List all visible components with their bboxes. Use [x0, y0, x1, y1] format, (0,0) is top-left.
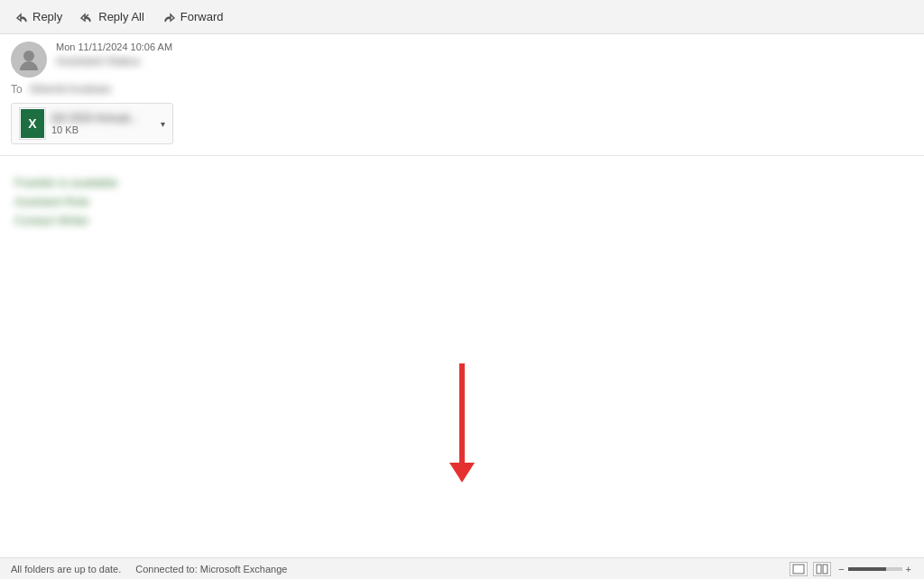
- multi-view-icon: [816, 564, 828, 574]
- arrow-head: [449, 463, 475, 482]
- body-line-1: Franklin is available: [14, 174, 910, 193]
- status-bar: All folders are up to date. Connected to…: [0, 557, 924, 579]
- toolbar: Reply Reply All Forward: [0, 0, 924, 34]
- attachment-dropdown-icon[interactable]: ▾: [161, 119, 165, 129]
- reply-all-button[interactable]: Reply All: [73, 6, 152, 28]
- arrow-shaft: [459, 363, 465, 463]
- status-left: All folders are up to date. Connected to…: [11, 564, 287, 574]
- reply-label: Reply: [32, 10, 62, 23]
- attachment-size: 10 KB: [51, 124, 138, 135]
- red-arrow-annotation: [449, 363, 475, 482]
- sender-name: Assistant Status: [56, 54, 913, 68]
- body-line-2: Assistant Role: [14, 193, 910, 212]
- svg-rect-1: [793, 565, 804, 574]
- svg-rect-3: [823, 565, 827, 574]
- to-value: Shlomit Avraham: [30, 83, 112, 96]
- avatar: [11, 41, 47, 78]
- body-line-3: Contact Writer: [14, 212, 910, 231]
- email-header: Mon 11/11/2024 10:06 AM Assistant Status…: [0, 34, 924, 156]
- connection-text: Connected to: Microsoft Exchange: [135, 564, 287, 574]
- status-text: All folders are up to date.: [11, 564, 121, 574]
- sender-row: Mon 11/11/2024 10:06 AM Assistant Status: [11, 41, 913, 78]
- multi-view-button[interactable]: [813, 562, 831, 576]
- to-row: To Shlomit Avraham: [11, 83, 913, 96]
- attachment-name: Q4 2024 Annual...: [51, 112, 138, 124]
- attachment[interactable]: X Q4 2024 Annual... 10 KB ▾: [11, 103, 173, 144]
- forward-label: Forward: [180, 10, 224, 23]
- to-label: To: [11, 83, 23, 96]
- excel-icon-inner: X: [21, 109, 44, 138]
- forward-button[interactable]: Forward: [155, 6, 231, 28]
- forward-icon: [162, 10, 177, 24]
- avatar-icon: [16, 47, 42, 72]
- reply-icon: [14, 10, 29, 24]
- zoom-in-button[interactable]: +: [904, 564, 913, 574]
- excel-icon: X: [19, 107, 46, 140]
- email-datetime: Mon 11/11/2024 10:06 AM: [56, 41, 913, 52]
- attachment-area: X Q4 2024 Annual... 10 KB ▾: [11, 103, 913, 144]
- zoom-controls: − +: [836, 564, 913, 574]
- zoom-out-button[interactable]: −: [836, 564, 845, 574]
- email-body-text: Franklin is available Assistant Role Con…: [14, 174, 910, 230]
- svg-point-0: [23, 51, 34, 61]
- svg-rect-2: [817, 565, 821, 574]
- single-view-icon: [792, 564, 805, 574]
- zoom-track-fill: [848, 567, 886, 571]
- sender-info: Mon 11/11/2024 10:06 AM Assistant Status: [56, 41, 913, 68]
- status-right: − +: [790, 562, 913, 576]
- email-body: Franklin is available Assistant Role Con…: [0, 156, 924, 557]
- reply-all-label: Reply All: [98, 10, 144, 23]
- zoom-slider[interactable]: [848, 567, 902, 571]
- attachment-info: Q4 2024 Annual... 10 KB: [51, 112, 138, 135]
- single-view-button[interactable]: [790, 562, 808, 576]
- reply-all-icon: [80, 10, 95, 24]
- reply-button[interactable]: Reply: [7, 6, 69, 28]
